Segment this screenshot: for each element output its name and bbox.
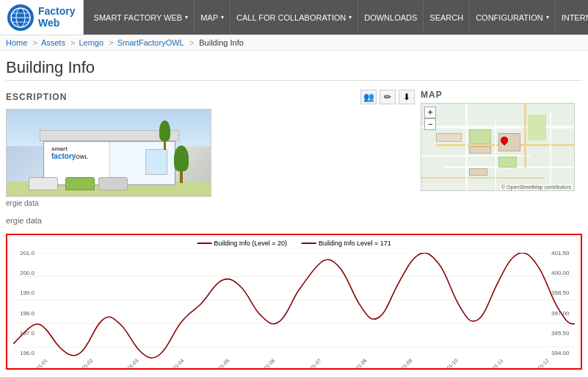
legend-label-left: Building Info (Level = 20)	[214, 240, 287, 247]
y-left-label-3: 199.0	[20, 290, 35, 296]
nav-item-smart-factory-web[interactable]: SMART FACTORY WEB ▾	[88, 0, 195, 35]
breadcrumb-link-home[interactable]: Home	[6, 38, 27, 47]
legend-item-right: Building Info Level = 171	[302, 240, 391, 247]
chart-container: 201.0 200.0 199.0 198.0 197.0 196.0 401.…	[6, 234, 582, 370]
chart-svg	[13, 253, 575, 370]
map-marker-icon	[501, 137, 508, 144]
chart-x-axis: 01-01 01-02 01-03 01-04 01-05 01-06 01-0…	[35, 362, 550, 367]
logo-text: Factory Web	[38, 6, 76, 29]
y-right-label-6: 394.00	[551, 350, 569, 356]
building-image: smartfactoryOWL	[6, 109, 211, 197]
legend-label-right: Building Info Level = 171	[319, 240, 391, 247]
y-left-label-1: 201.0	[20, 250, 35, 256]
header: Factory Web SMART FACTORY WEB ▾MAP ▾CALL…	[0, 0, 588, 35]
nav-item-search[interactable]: SEARCH	[424, 0, 470, 35]
legend-item-left: Building Info (Level = 20)	[197, 240, 287, 247]
nav-arrow-icon: ▾	[185, 14, 188, 21]
y-left-label-2: 200.0	[20, 270, 35, 276]
map-background	[421, 104, 574, 190]
people-icon[interactable]: 👥	[360, 90, 377, 104]
breadcrumb-current: Building Info	[199, 38, 244, 47]
page-title: Building Info	[6, 58, 582, 81]
legend-color-left	[197, 243, 211, 244]
legend-color-right	[302, 243, 316, 244]
action-icons: 👥 ✏ ⬇	[360, 90, 415, 104]
y-right-label-4: 397.00	[551, 310, 569, 317]
chart-legend: Building Info (Level = 20) Building Info…	[197, 240, 391, 247]
nav-item-configuration[interactable]: CONFIGURATION ▾	[470, 0, 555, 35]
section-header: ESCRIPTION 👥 ✏ ⬇	[6, 90, 415, 104]
nav-arrow-icon: ▾	[221, 14, 224, 21]
download-icon[interactable]: ⬇	[399, 90, 415, 104]
map-label: MAP	[421, 90, 582, 100]
chart-y-axis-left: 201.0 200.0 199.0 198.0 197.0 196.0	[9, 250, 35, 356]
energy-section: ergie data	[0, 213, 588, 231]
navigation-bar: SMART FACTORY WEB ▾MAP ▾CALL FOR COLLABO…	[84, 0, 588, 35]
y-right-label-2: 400.00	[551, 270, 569, 276]
breadcrumb-link-assets[interactable]: Assets	[41, 38, 65, 47]
breadcrumb-link-lemgo[interactable]: Lemgo	[79, 38, 104, 47]
y-right-label-5: 395.50	[551, 330, 569, 337]
breadcrumb: Home > Assets > Lemgo > SmartFactoryOWL …	[0, 35, 588, 51]
right-panel: MAP	[421, 90, 582, 207]
map-container[interactable]: + − © OpenStreetMap contributors	[421, 103, 575, 191]
breadcrumb-separator: >	[106, 38, 116, 47]
building-photo: smartfactoryOWL	[7, 109, 211, 196]
y-right-label-3: 398.50	[551, 290, 569, 296]
edit-icon[interactable]: ✏	[380, 90, 396, 104]
energy-data-label: ergie data	[6, 216, 582, 225]
y-left-label-5: 197.0	[20, 330, 35, 337]
y-left-label-4: 198.0	[20, 310, 35, 317]
main-content: ESCRIPTION 👥 ✏ ⬇ smartfactoryOWL	[0, 84, 588, 213]
nav-item-map[interactable]: MAP ▾	[195, 0, 231, 35]
nav-item-downloads[interactable]: DOWNLOADS	[358, 0, 424, 35]
nav-item-internal[interactable]: INTERNAL ▾	[556, 0, 588, 35]
left-panel: ESCRIPTION 👥 ✏ ⬇ smartfactoryOWL	[6, 90, 415, 207]
y-right-label-1: 401.50	[551, 250, 569, 256]
map-zoom-controls: + −	[424, 107, 436, 130]
nav-arrow-icon: ▾	[349, 14, 352, 21]
nav-item-call-for-collaboration[interactable]: CALL FOR COLLABORATION ▾	[231, 0, 358, 35]
breadcrumb-separator: >	[30, 38, 40, 47]
nav-arrow-icon: ▾	[546, 14, 549, 21]
breadcrumb-separator: >	[187, 38, 197, 47]
map-zoom-in-button[interactable]: +	[424, 107, 436, 118]
logo-area[interactable]: Factory Web	[0, 0, 84, 35]
logo-globe-icon	[7, 4, 34, 31]
page-title-area: Building Info	[0, 51, 588, 84]
image-caption: ergie data	[6, 199, 415, 207]
chart-y-axis-right: 401.50 400.00 398.50 397.00 395.50 394.0…	[551, 250, 579, 356]
map-zoom-out-button[interactable]: −	[424, 118, 436, 130]
y-left-label-6: 196.0	[20, 350, 35, 356]
map-attribution: © OpenStreetMap contributors	[500, 184, 573, 190]
description-label: ESCRIPTION	[6, 92, 67, 102]
breadcrumb-separator: >	[68, 38, 78, 47]
breadcrumb-link-smartfactoryowl[interactable]: SmartFactoryOWL	[117, 38, 184, 47]
